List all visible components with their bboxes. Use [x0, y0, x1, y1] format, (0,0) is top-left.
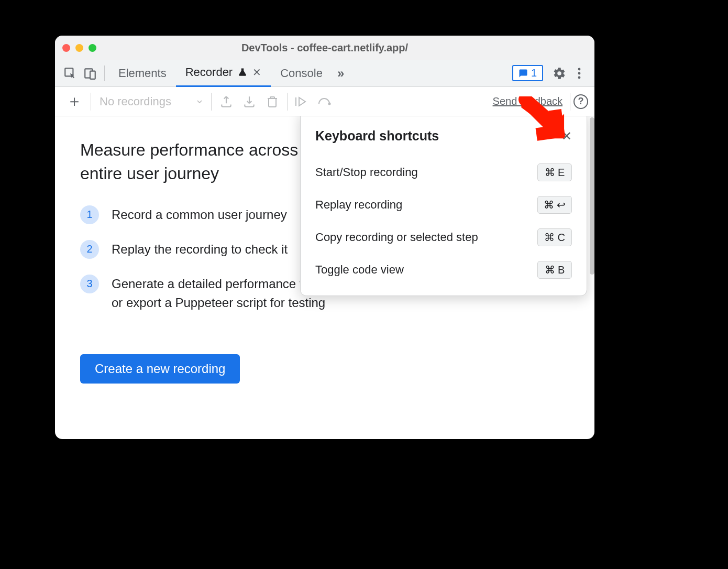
delete-icon[interactable]: [261, 90, 284, 113]
shortcut-label: Start/Stop recording: [315, 166, 418, 179]
separator: [570, 93, 570, 111]
message-icon: [519, 69, 528, 78]
close-tab-icon[interactable]: ✕: [252, 66, 261, 79]
create-recording-button[interactable]: Create a new recording: [80, 354, 240, 384]
help-button[interactable]: ?: [573, 94, 588, 109]
experiment-icon: [238, 67, 247, 78]
titlebar: DevTools - coffee-cart.netlify.app/: [55, 36, 594, 60]
minimize-window-button[interactable]: [75, 44, 83, 52]
tab-recorder-label: Recorder: [185, 65, 233, 79]
separator: [91, 93, 91, 111]
device-toolbar-icon[interactable]: [80, 63, 100, 83]
step-badge: 3: [80, 275, 99, 293]
shortcut-row: Toggle code view ⌘ B: [315, 261, 572, 279]
svg-point-4: [578, 72, 581, 74]
zoom-window-button[interactable]: [89, 44, 96, 52]
recorder-toolbar: ＋ No recordings Send feedback ?: [55, 87, 594, 116]
inspect-element-icon[interactable]: [60, 63, 80, 83]
tab-elements[interactable]: Elements: [109, 60, 176, 87]
shortcut-keys: ⌘ E: [537, 163, 572, 181]
send-feedback-link[interactable]: Send feedback: [493, 95, 562, 107]
shortcut-row: Copy recording or selected step ⌘ C: [315, 228, 572, 246]
separator: [211, 93, 212, 111]
step-text: Replay the recording to check it: [112, 240, 288, 259]
svg-rect-2: [90, 71, 95, 79]
more-tabs-icon[interactable]: »: [337, 66, 344, 81]
shortcut-label: Toggle code view: [315, 263, 404, 277]
step-text: Record a common user journey: [112, 205, 287, 224]
chevron-down-icon: [195, 97, 204, 106]
replay-icon[interactable]: [291, 90, 314, 113]
issues-badge[interactable]: 1: [512, 65, 543, 81]
shortcut-keys: ⌘ ↩: [537, 196, 572, 214]
shortcut-row: Start/Stop recording ⌘ E: [315, 163, 572, 181]
svg-point-5: [578, 76, 581, 79]
more-menu-icon[interactable]: [569, 63, 589, 83]
shortcuts-popover: Keyboard shortcuts ✕ Start/Stop recordin…: [300, 116, 587, 296]
tab-console[interactable]: Console: [271, 60, 332, 87]
svg-point-6: [328, 102, 330, 105]
shortcut-keys: ⌘ C: [537, 228, 572, 246]
separator: [104, 65, 105, 81]
step-text: Generate a detailed performance trace or…: [112, 275, 332, 312]
shortcut-keys: ⌘ B: [537, 261, 572, 279]
step-badge: 1: [80, 205, 99, 224]
export-icon[interactable]: [215, 90, 238, 113]
content-area: Measure performance across an entire use…: [55, 116, 594, 439]
window-title: DevTools - coffee-cart.netlify.app/: [241, 42, 408, 54]
tab-strip: Elements Recorder ✕ Console » 1: [55, 60, 594, 87]
import-icon[interactable]: [238, 90, 261, 113]
scrollbar[interactable]: [590, 117, 594, 275]
add-recording-button[interactable]: ＋: [61, 91, 87, 112]
shortcut-label: Replay recording: [315, 198, 402, 212]
separator: [287, 93, 288, 111]
issues-count: 1: [531, 67, 537, 79]
popover-close-icon[interactable]: ✕: [561, 129, 572, 144]
traffic-lights: [62, 44, 96, 52]
shortcut-label: Copy recording or selected step: [315, 231, 478, 244]
tab-recorder[interactable]: Recorder ✕: [176, 60, 271, 87]
devtools-window: DevTools - coffee-cart.netlify.app/ Elem…: [55, 36, 594, 439]
settings-icon[interactable]: [549, 63, 569, 83]
step-badge: 2: [80, 240, 99, 259]
svg-point-3: [578, 68, 581, 70]
popover-title: Keyboard shortcuts: [315, 128, 439, 144]
recordings-placeholder: No recordings: [100, 95, 171, 108]
close-window-button[interactable]: [62, 44, 70, 52]
step-icon[interactable]: [314, 90, 337, 113]
shortcut-row: Replay recording ⌘ ↩: [315, 196, 572, 214]
recordings-dropdown[interactable]: No recordings: [94, 95, 208, 108]
